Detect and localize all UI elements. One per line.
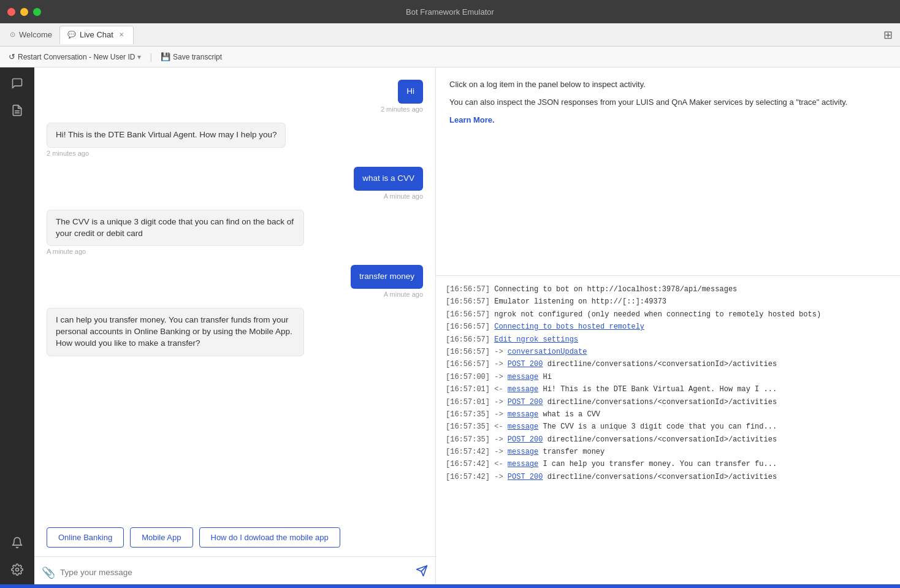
sidebar-item-chat[interactable] (6, 72, 28, 94)
message-bubble-user-1: Hi (398, 80, 423, 104)
log-link-post-200-1[interactable]: POST 200 (508, 360, 543, 368)
sidebar-item-notifications[interactable] (6, 532, 28, 554)
save-transcript-label: Save transcript (173, 53, 222, 61)
log-link-post-200-3[interactable]: POST 200 (508, 435, 543, 444)
log-entry-14: [16:57:42] -> message transfer money (446, 446, 890, 458)
message-row-2: Hi! This is the DTE Bank Virtual Agent. … (47, 123, 423, 164)
chat-messages: Hi 2 minutes ago Hi! This is the DTE Ban… (34, 67, 435, 521)
message-row-1: Hi 2 minutes ago (47, 80, 423, 120)
log-entry-1: [16:56:57] Connecting to bot on http://l… (446, 283, 890, 296)
log-link-post-200-4[interactable]: POST 200 (508, 473, 543, 481)
message-time-2: 2 minutes ago (47, 150, 89, 157)
log-link-message-cvv-resp[interactable]: message (508, 422, 538, 431)
close-button[interactable] (7, 8, 15, 16)
log-link-message-transfer-resp[interactable]: message (508, 460, 538, 468)
inspector-panel: Click on a log item in the panel below t… (436, 67, 900, 276)
tab-bar: ⊙ Welcome 💬 Live Chat ✕ ⊞ (0, 23, 900, 47)
inspector-line2: You can also inspect the JSON responses … (449, 96, 887, 109)
log-entry-2: [16:56:57] Emulator listening on http://… (446, 296, 890, 308)
message-row-5: transfer money A minute ago (47, 265, 423, 305)
log-panel: [16:56:57] Connecting to bot on http://l… (436, 276, 900, 588)
main-layout: Hi 2 minutes ago Hi! This is the DTE Ban… (0, 67, 900, 588)
message-time-4: A minute ago (47, 248, 86, 255)
log-entry-9: [16:57:01] <- message Hi! This is the DT… (446, 383, 890, 395)
message-row-6: I can help you transfer money. You can t… (47, 308, 423, 356)
log-link-connect-remotely[interactable]: Connecting to bots hosted remotely (494, 323, 644, 331)
svg-point-2 (16, 568, 19, 571)
chat-input-bar: 📎 (34, 556, 435, 588)
log-link-message-greeting[interactable]: message (508, 385, 538, 394)
restart-label: Restart Conversation - New User ID (18, 53, 135, 61)
log-link-message-transfer[interactable]: message (508, 448, 538, 456)
log-entry-16: [16:57:42] -> POST 200 directline/conver… (446, 471, 890, 483)
sidebar (0, 67, 34, 588)
welcome-icon: ⊙ (10, 31, 15, 39)
quick-reply-online-banking[interactable]: Online Banking (47, 527, 124, 548)
log-entry-15: [16:57:42] <- message I can help you tra… (446, 458, 890, 470)
layout-button[interactable]: ⊞ (881, 26, 895, 44)
log-link-message-hi[interactable]: message (508, 373, 538, 381)
log-entry-3: [16:56:57] ngrok not configured (only ne… (446, 308, 890, 321)
log-link-ngrok-settings[interactable]: Edit ngrok settings (494, 335, 578, 344)
message-bubble-bot-6: I can help you transfer money. You can t… (47, 308, 304, 356)
dropdown-chevron-icon: ▾ (137, 53, 141, 61)
maximize-button[interactable] (33, 8, 41, 16)
log-link-post-200-2[interactable]: POST 200 (508, 398, 543, 407)
log-entry-10: [16:57:01] -> POST 200 directline/conver… (446, 396, 890, 408)
quick-reply-download-app[interactable]: How do I dowload the mobile app (199, 527, 340, 548)
message-time-5: A minute ago (384, 291, 423, 298)
window-controls (7, 8, 41, 16)
message-row-3: what is a CVV A minute ago (47, 167, 423, 207)
chat-area: Hi 2 minutes ago Hi! This is the DTE Ban… (34, 67, 436, 588)
message-time-1: 2 minutes ago (381, 105, 423, 113)
log-entry-7: [16:56:57] -> POST 200 directline/conver… (446, 358, 890, 370)
message-time-3: A minute ago (384, 193, 423, 200)
restart-icon: ↺ (9, 52, 15, 61)
tab-close-button[interactable]: ✕ (117, 31, 126, 39)
log-entry-6: [16:56:57] -> conversationUpdate (446, 346, 890, 358)
app-title: Bot Framework Emulator (406, 7, 494, 17)
save-transcript-button[interactable]: 💾 Save transcript (157, 50, 226, 63)
inspector-line1: Click on a log item in the panel below t… (449, 78, 887, 91)
toolbar-divider: | (150, 52, 152, 62)
log-link-conv-update[interactable]: conversationUpdate (508, 348, 587, 356)
message-bubble-user-5: transfer money (351, 265, 423, 289)
tab-live-chat-label: Live Chat (80, 30, 113, 39)
message-bubble-bot-4: The CVV is a unique 3 digit code that yo… (47, 210, 304, 246)
save-icon: 💾 (161, 52, 170, 61)
log-entry-4: [16:56:57] Connecting to bots hosted rem… (446, 321, 890, 333)
learn-more-link[interactable]: Learn More. (449, 115, 495, 124)
log-entry-11: [16:57:35] -> message what is a CVV (446, 408, 890, 421)
minimize-button[interactable] (20, 8, 28, 16)
attach-button[interactable]: 📎 (42, 566, 55, 579)
send-button[interactable] (416, 565, 428, 580)
tab-welcome-label: Welcome (19, 30, 52, 39)
message-input[interactable] (60, 568, 411, 577)
message-bubble-bot-2: Hi! This is the DTE Bank Virtual Agent. … (47, 123, 286, 148)
tab-live-chat[interactable]: 💬 Live Chat ✕ (59, 26, 134, 44)
quick-replies: Online Banking Mobile App How do I dowlo… (34, 521, 435, 556)
log-entry-13: [16:57:35] -> POST 200 directline/conver… (446, 433, 890, 446)
right-panel: Click on a log item in the panel below t… (436, 67, 900, 588)
tab-welcome[interactable]: ⊙ Welcome (2, 26, 59, 44)
sidebar-item-settings[interactable] (6, 559, 28, 581)
restart-conversation-button[interactable]: ↺ Restart Conversation - New User ID ▾ (5, 50, 145, 63)
toolbar: ↺ Restart Conversation - New User ID ▾ |… (0, 47, 900, 67)
quick-reply-mobile-app[interactable]: Mobile App (130, 527, 193, 548)
message-row-4: The CVV is a unique 3 digit code that yo… (47, 210, 423, 263)
title-bar: Bot Framework Emulator (0, 0, 900, 23)
log-entry-12: [16:57:35] <- message The CVV is a uniqu… (446, 421, 890, 433)
sidebar-bottom (6, 532, 28, 588)
message-bubble-user-3: what is a CVV (354, 167, 423, 191)
log-entry-5: [16:56:57] Edit ngrok settings (446, 334, 890, 346)
sidebar-item-document[interactable] (6, 99, 28, 121)
log-entry-8: [16:57:00] -> message Hi (446, 371, 890, 383)
chat-tab-icon: 💬 (67, 31, 76, 39)
bottom-strip (0, 584, 900, 588)
log-link-message-cvv[interactable]: message (508, 410, 538, 419)
